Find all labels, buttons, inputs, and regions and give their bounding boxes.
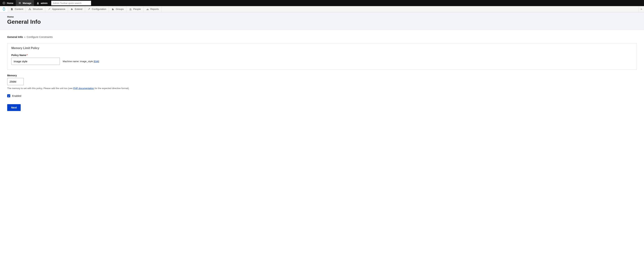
policy-name-input[interactable] — [11, 58, 60, 65]
memory-label: Memory — [7, 74, 637, 77]
machine-name-display: Machine name: image_style [Edit] — [63, 60, 99, 63]
menu-reports[interactable]: Reports — [144, 6, 162, 12]
menu-structure[interactable]: Structure — [26, 6, 45, 12]
php-documentation-link[interactable]: PHP documentation — [73, 87, 94, 90]
memory-item: Memory The memory to set with this polic… — [7, 74, 637, 90]
svg-point-2 — [30, 8, 30, 8]
svg-point-1 — [38, 2, 38, 3]
content-region: General Info » Configure Constraints Mem… — [0, 30, 644, 116]
svg-point-8 — [131, 8, 131, 9]
svg-point-3 — [29, 10, 30, 10]
chart-icon — [146, 8, 149, 10]
breadcrumb[interactable]: Home — [7, 16, 637, 18]
toolbar-home[interactable]: Home — [0, 0, 16, 6]
region-header: Home General Info — [0, 12, 644, 30]
svg-rect-10 — [147, 8, 148, 10]
machine-name-value: image_style — [80, 60, 93, 63]
policy-name-item: Policy Name* Machine name: image_style [… — [11, 54, 633, 65]
hierarchy-icon — [28, 8, 31, 10]
menu-appearance[interactable]: Appearance — [45, 6, 68, 12]
building-icon — [112, 8, 114, 10]
toolbar-home-label: Home — [7, 2, 13, 4]
menu-label: Extend — [75, 8, 82, 10]
menu-label: Appearance — [52, 8, 65, 10]
svg-rect-11 — [148, 9, 148, 10]
svg-rect-9 — [146, 9, 147, 10]
menu-label: Configuration — [92, 8, 106, 10]
toolbar-manage[interactable]: Manage — [16, 0, 34, 6]
menu-label: Reports — [150, 8, 159, 10]
menu-label: Content — [15, 8, 23, 10]
back-icon — [2, 2, 6, 4]
memory-description: The memory to set with this policy. Plea… — [7, 87, 637, 90]
enabled-checkbox[interactable] — [7, 94, 10, 97]
toolbar-user-label: admin — [41, 2, 48, 4]
menu-label: Groups — [116, 8, 124, 10]
hamburger-icon — [18, 2, 21, 4]
wizard-separator: » — [24, 36, 26, 38]
admin-top-toolbar: Home Manage admin — [0, 0, 644, 6]
memory-input[interactable] — [7, 78, 24, 85]
svg-point-7 — [130, 8, 130, 9]
menu-people[interactable]: People — [126, 6, 144, 12]
fieldset-legend: Memory Limit Policy — [11, 46, 633, 50]
menu-label: Structure — [33, 8, 42, 10]
machine-name-edit-link[interactable]: Edit — [94, 60, 98, 63]
toolbar-search-input[interactable] — [51, 1, 91, 6]
menu-groups[interactable]: Groups — [109, 6, 126, 12]
wrench-icon — [88, 8, 90, 10]
file-icon — [10, 8, 13, 10]
toolbar-manage-label: Manage — [23, 2, 31, 4]
wizard-next-step: Configure Constraints — [26, 36, 53, 38]
toolbar-collapse[interactable] — [638, 6, 644, 12]
people-icon — [129, 8, 132, 10]
toolbar-user[interactable]: admin — [34, 0, 50, 6]
wizard-current-step: General Info — [7, 36, 23, 38]
memory-limit-policy-fieldset: Memory Limit Policy Policy Name* Machine… — [7, 43, 637, 70]
menu-label: People — [133, 8, 141, 10]
drupal-logo[interactable] — [0, 6, 8, 12]
admin-menu: Content Structure Appearance Extend Conf… — [0, 6, 644, 12]
wizard-breadcrumbs: General Info » Configure Constraints — [7, 36, 637, 38]
svg-point-0 — [3, 2, 5, 4]
enabled-item: Enabled — [7, 94, 637, 97]
next-button[interactable]: Next — [7, 104, 21, 111]
svg-rect-6 — [113, 9, 114, 10]
page-title: General Info — [7, 18, 637, 25]
required-mark: * — [26, 54, 28, 56]
user-icon — [36, 2, 39, 4]
paintbrush-icon — [48, 8, 51, 10]
enabled-label[interactable]: Enabled — [12, 94, 21, 97]
toolbar-search-wrap — [50, 0, 92, 6]
menu-configuration[interactable]: Configuration — [85, 6, 109, 12]
policy-name-label: Policy Name* — [11, 54, 633, 56]
menu-content[interactable]: Content — [8, 6, 26, 12]
menu-extend[interactable]: Extend — [68, 6, 85, 12]
puzzle-icon — [70, 8, 73, 10]
svg-point-4 — [30, 10, 31, 10]
svg-rect-5 — [112, 8, 113, 10]
